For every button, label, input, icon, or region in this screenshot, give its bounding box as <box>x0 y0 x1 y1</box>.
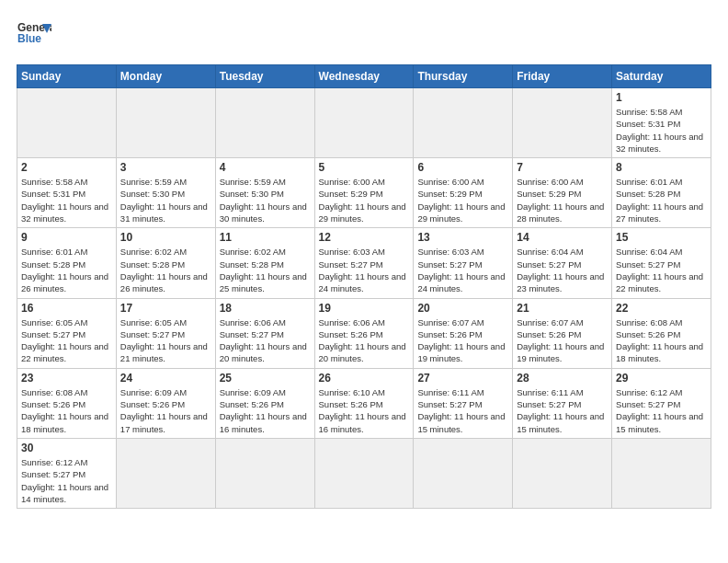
day-number: 2 <box>21 161 112 174</box>
day-info: Sunrise: 5:58 AMSunset: 5:31 PMDaylight:… <box>21 176 112 224</box>
calendar-week-row: 23Sunrise: 6:08 AMSunset: 5:26 PMDayligh… <box>17 368 711 438</box>
calendar-day-header: Monday <box>116 65 215 88</box>
day-number: 27 <box>417 372 508 385</box>
calendar-cell: 4Sunrise: 5:59 AMSunset: 5:30 PMDaylight… <box>215 158 314 228</box>
calendar-week-row: 16Sunrise: 6:05 AMSunset: 5:27 PMDayligh… <box>17 298 711 368</box>
calendar-cell <box>414 438 513 508</box>
calendar-cell: 6Sunrise: 6:00 AMSunset: 5:29 PMDaylight… <box>414 158 513 228</box>
calendar-cell: 1Sunrise: 5:58 AMSunset: 5:31 PMDaylight… <box>612 88 711 158</box>
calendar-table: SundayMondayTuesdayWednesdayThursdayFrid… <box>17 64 711 509</box>
calendar-cell <box>314 88 414 158</box>
calendar-cell: 18Sunrise: 6:06 AMSunset: 5:27 PMDayligh… <box>215 298 314 368</box>
calendar-cell: 29Sunrise: 6:12 AMSunset: 5:27 PMDayligh… <box>612 368 711 438</box>
day-number: 23 <box>21 372 112 385</box>
day-info: Sunrise: 6:10 AMSunset: 5:26 PMDaylight:… <box>319 386 410 435</box>
day-info: Sunrise: 6:09 AMSunset: 5:26 PMDaylight:… <box>220 386 311 435</box>
day-number: 29 <box>616 372 707 385</box>
day-number: 3 <box>120 161 211 174</box>
calendar-cell: 16Sunrise: 6:05 AMSunset: 5:27 PMDayligh… <box>17 298 117 368</box>
day-number: 8 <box>616 161 707 174</box>
calendar-cell <box>17 88 117 158</box>
calendar-cell <box>215 88 314 158</box>
calendar-cell: 21Sunrise: 6:07 AMSunset: 5:26 PMDayligh… <box>513 298 612 368</box>
day-number: 20 <box>417 302 508 315</box>
day-number: 26 <box>319 372 410 385</box>
calendar-cell: 28Sunrise: 6:11 AMSunset: 5:27 PMDayligh… <box>513 368 612 438</box>
day-number: 7 <box>517 161 608 174</box>
day-info: Sunrise: 6:11 AMSunset: 5:27 PMDaylight:… <box>517 386 608 435</box>
calendar-cell <box>414 88 513 158</box>
day-info: Sunrise: 6:08 AMSunset: 5:26 PMDaylight:… <box>616 316 707 365</box>
calendar-cell: 17Sunrise: 6:05 AMSunset: 5:27 PMDayligh… <box>116 298 215 368</box>
calendar-cell <box>116 438 215 508</box>
calendar-cell: 19Sunrise: 6:06 AMSunset: 5:26 PMDayligh… <box>314 298 414 368</box>
day-number: 11 <box>220 231 311 244</box>
day-info: Sunrise: 6:02 AMSunset: 5:28 PMDaylight:… <box>220 246 311 294</box>
calendar-cell: 9Sunrise: 6:01 AMSunset: 5:28 PMDaylight… <box>17 228 117 298</box>
calendar-cell: 22Sunrise: 6:08 AMSunset: 5:26 PMDayligh… <box>612 298 711 368</box>
day-info: Sunrise: 5:59 AMSunset: 5:30 PMDaylight:… <box>220 176 311 224</box>
calendar-day-header: Saturday <box>612 65 711 88</box>
day-number: 6 <box>417 161 508 174</box>
day-number: 5 <box>319 161 410 174</box>
calendar-cell <box>215 438 314 508</box>
calendar-cell: 15Sunrise: 6:04 AMSunset: 5:27 PMDayligh… <box>612 228 711 298</box>
calendar-cell <box>513 438 612 508</box>
day-number: 1 <box>616 91 707 104</box>
day-info: Sunrise: 5:58 AMSunset: 5:31 PMDaylight:… <box>616 106 707 155</box>
calendar-cell: 11Sunrise: 6:02 AMSunset: 5:28 PMDayligh… <box>215 228 314 298</box>
day-number: 4 <box>220 161 311 174</box>
calendar-day-header: Wednesday <box>314 65 414 88</box>
calendar-week-row: 9Sunrise: 6:01 AMSunset: 5:28 PMDaylight… <box>17 228 711 298</box>
calendar-day-header: Friday <box>513 65 612 88</box>
day-number: 12 <box>319 231 410 244</box>
calendar-cell: 10Sunrise: 6:02 AMSunset: 5:28 PMDayligh… <box>116 228 215 298</box>
logo-icon: General Blue <box>17 17 51 52</box>
day-info: Sunrise: 6:02 AMSunset: 5:28 PMDaylight:… <box>120 246 211 294</box>
calendar-week-row: 30Sunrise: 6:12 AMSunset: 5:27 PMDayligh… <box>17 438 711 508</box>
day-info: Sunrise: 6:06 AMSunset: 5:27 PMDaylight:… <box>220 316 311 365</box>
day-info: Sunrise: 6:03 AMSunset: 5:27 PMDaylight:… <box>319 246 410 294</box>
day-info: Sunrise: 6:01 AMSunset: 5:28 PMDaylight:… <box>616 176 707 224</box>
calendar-cell <box>513 88 612 158</box>
calendar-cell <box>612 438 711 508</box>
day-number: 25 <box>220 372 311 385</box>
day-number: 15 <box>616 231 707 244</box>
day-number: 19 <box>319 302 410 315</box>
day-info: Sunrise: 6:11 AMSunset: 5:27 PMDaylight:… <box>417 386 508 435</box>
day-info: Sunrise: 6:01 AMSunset: 5:28 PMDaylight:… <box>21 246 112 294</box>
calendar-day-header: Thursday <box>414 65 513 88</box>
calendar-cell: 23Sunrise: 6:08 AMSunset: 5:26 PMDayligh… <box>17 368 117 438</box>
calendar-cell: 26Sunrise: 6:10 AMSunset: 5:26 PMDayligh… <box>314 368 414 438</box>
day-number: 13 <box>417 231 508 244</box>
calendar-day-header: Sunday <box>17 65 117 88</box>
calendar-cell: 3Sunrise: 5:59 AMSunset: 5:30 PMDaylight… <box>116 158 215 228</box>
calendar-cell: 2Sunrise: 5:58 AMSunset: 5:31 PMDaylight… <box>17 158 117 228</box>
day-info: Sunrise: 6:00 AMSunset: 5:29 PMDaylight:… <box>417 176 508 224</box>
day-info: Sunrise: 6:00 AMSunset: 5:29 PMDaylight:… <box>319 176 410 224</box>
calendar-cell <box>314 438 414 508</box>
day-number: 17 <box>120 302 211 315</box>
day-number: 30 <box>21 442 112 454</box>
day-info: Sunrise: 5:59 AMSunset: 5:30 PMDaylight:… <box>120 176 211 224</box>
day-number: 22 <box>616 302 707 315</box>
day-number: 18 <box>220 302 311 315</box>
calendar-cell: 30Sunrise: 6:12 AMSunset: 5:27 PMDayligh… <box>17 438 117 508</box>
calendar-cell: 24Sunrise: 6:09 AMSunset: 5:26 PMDayligh… <box>116 368 215 438</box>
day-info: Sunrise: 6:06 AMSunset: 5:26 PMDaylight:… <box>319 316 410 365</box>
calendar-week-row: 1Sunrise: 5:58 AMSunset: 5:31 PMDaylight… <box>17 88 711 158</box>
page: General Blue SundayMondayTuesdayWednesda… <box>0 0 728 518</box>
calendar-cell: 7Sunrise: 6:00 AMSunset: 5:29 PMDaylight… <box>513 158 612 228</box>
day-info: Sunrise: 6:05 AMSunset: 5:27 PMDaylight:… <box>120 316 211 365</box>
svg-text:Blue: Blue <box>17 32 41 45</box>
day-info: Sunrise: 6:12 AMSunset: 5:27 PMDaylight:… <box>21 456 112 505</box>
day-number: 14 <box>517 231 608 244</box>
calendar-cell: 8Sunrise: 6:01 AMSunset: 5:28 PMDaylight… <box>612 158 711 228</box>
header: General Blue <box>17 17 711 52</box>
calendar-cell: 5Sunrise: 6:00 AMSunset: 5:29 PMDaylight… <box>314 158 414 228</box>
calendar-week-row: 2Sunrise: 5:58 AMSunset: 5:31 PMDaylight… <box>17 158 711 228</box>
calendar-header-row: SundayMondayTuesdayWednesdayThursdayFrid… <box>17 65 711 88</box>
day-number: 10 <box>120 231 211 244</box>
day-info: Sunrise: 6:05 AMSunset: 5:27 PMDaylight:… <box>21 316 112 365</box>
calendar-cell: 25Sunrise: 6:09 AMSunset: 5:26 PMDayligh… <box>215 368 314 438</box>
